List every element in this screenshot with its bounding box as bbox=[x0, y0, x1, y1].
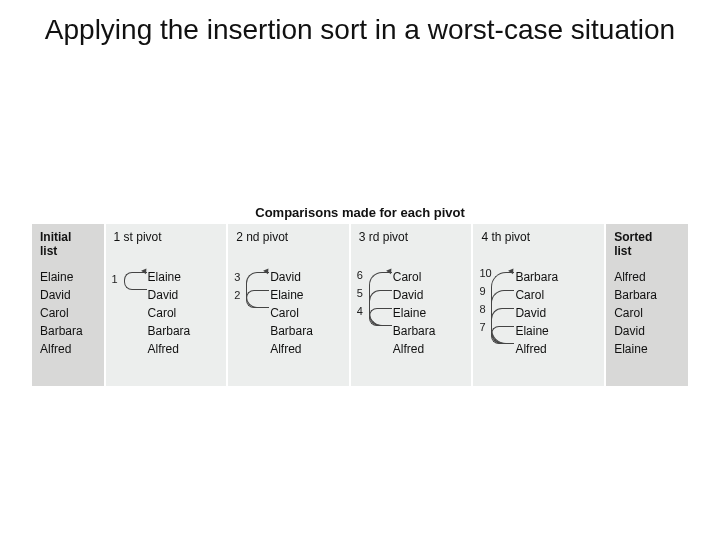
hdr-p3: 3 rd pivot bbox=[351, 224, 472, 264]
col-pivot-4: 10 9 8 7 Barbara Carol David E bbox=[473, 264, 604, 386]
list-item: Alfred bbox=[614, 270, 657, 284]
list-item: Carol bbox=[40, 306, 83, 320]
list-item: Elaine bbox=[148, 270, 191, 284]
list-item: Barbara bbox=[270, 324, 313, 338]
list-item: Barbara bbox=[515, 270, 558, 284]
col-initial: Elaine David Carol Barbara Alfred bbox=[32, 264, 104, 386]
list-item: Elaine bbox=[515, 324, 558, 338]
slide-title: Applying the insertion sort in a worst-c… bbox=[0, 0, 720, 46]
list-item: Alfred bbox=[40, 342, 83, 356]
hdr-p2: 2 nd pivot bbox=[228, 224, 349, 264]
list-item: David bbox=[148, 288, 191, 302]
swap-arc-icon bbox=[124, 272, 147, 290]
comparison-number: 8 bbox=[479, 302, 485, 316]
list-item: Barbara bbox=[148, 324, 191, 338]
comparison-number: 3 bbox=[234, 270, 240, 284]
list-item: David bbox=[270, 270, 313, 284]
slide: Applying the insertion sort in a worst-c… bbox=[0, 0, 720, 540]
comparison-number: 10 bbox=[479, 266, 491, 280]
list-item: Alfred bbox=[393, 342, 436, 356]
comparison-number: 5 bbox=[357, 286, 363, 300]
list-item: Elaine bbox=[40, 270, 83, 284]
swap-arc-icon bbox=[491, 326, 514, 344]
comparison-number: 2 bbox=[234, 288, 240, 302]
list-item: Alfred bbox=[270, 342, 313, 356]
comparison-number: 9 bbox=[479, 284, 485, 298]
table-supertitle: Comparisons made for each pivot bbox=[30, 205, 690, 224]
pivot-table: Initial list 1 st pivot 2 nd pivot 3 rd … bbox=[30, 224, 690, 386]
list-item: David bbox=[515, 306, 558, 320]
list-item: David bbox=[614, 324, 657, 338]
list-item: Carol bbox=[270, 306, 313, 320]
col-pivot-1: 1 Elaine David Carol Barbara Alfred bbox=[106, 264, 227, 386]
col-sorted: Alfred Barbara Carol David Elaine bbox=[606, 264, 688, 386]
swap-arc-icon bbox=[369, 308, 392, 326]
list-item: Alfred bbox=[148, 342, 191, 356]
comparison-table: Comparisons made for each pivot Initial … bbox=[30, 205, 690, 386]
list-item: Barbara bbox=[393, 324, 436, 338]
comparison-number: 6 bbox=[357, 268, 363, 282]
list-item: Elaine bbox=[614, 342, 657, 356]
list-item: Barbara bbox=[40, 324, 83, 338]
comparison-number: 1 bbox=[112, 272, 118, 286]
hdr-initial: Initial list bbox=[32, 224, 104, 264]
list-item: Carol bbox=[393, 270, 436, 284]
col-pivot-2: 3 2 David Elaine Carol Barbara Alfred bbox=[228, 264, 349, 386]
hdr-p1: 1 st pivot bbox=[106, 224, 227, 264]
list-item: David bbox=[40, 288, 83, 302]
list-item: Elaine bbox=[270, 288, 313, 302]
list-item: Carol bbox=[614, 306, 657, 320]
swap-arc-icon bbox=[246, 290, 269, 308]
comparison-number: 7 bbox=[479, 320, 485, 334]
list-item: Carol bbox=[515, 288, 558, 302]
list-item: Elaine bbox=[393, 306, 436, 320]
comparison-number: 4 bbox=[357, 304, 363, 318]
list-item: David bbox=[393, 288, 436, 302]
list-item: Carol bbox=[148, 306, 191, 320]
list-item: Barbara bbox=[614, 288, 657, 302]
hdr-sorted: Sorted list bbox=[606, 224, 688, 264]
col-pivot-3: 6 5 4 Carol David Elaine Barbara Alfred bbox=[351, 264, 472, 386]
hdr-p4: 4 th pivot bbox=[473, 224, 604, 264]
list-item: Alfred bbox=[515, 342, 558, 356]
